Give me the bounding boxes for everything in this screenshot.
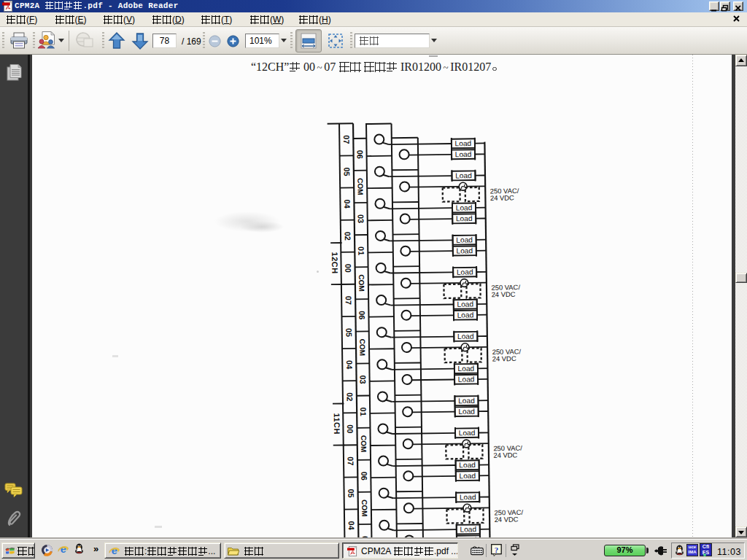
svg-text:COM: COM xyxy=(356,178,364,195)
svg-text:04: 04 xyxy=(345,360,354,370)
svg-text:COM: COM xyxy=(357,274,365,291)
svg-text:Load: Load xyxy=(460,493,476,501)
svg-text:02: 02 xyxy=(344,232,352,241)
svg-text:Load: Load xyxy=(456,246,473,254)
svg-text:Load: Load xyxy=(458,376,475,384)
svg-text:24 VDC: 24 VDC xyxy=(492,354,516,362)
svg-text:COM: COM xyxy=(360,499,368,516)
svg-text:03: 03 xyxy=(358,375,367,384)
svg-text:04: 04 xyxy=(347,521,356,530)
svg-text:Load: Load xyxy=(459,429,476,437)
svg-text:11CH: 11CH xyxy=(333,413,341,435)
svg-text:24 VDC: 24 VDC xyxy=(495,515,519,523)
svg-text:24 VDC: 24 VDC xyxy=(492,290,516,298)
svg-text:00: 00 xyxy=(344,264,352,273)
svg-text:COM: COM xyxy=(360,435,368,452)
svg-text:Load: Load xyxy=(458,365,475,373)
svg-text:02: 02 xyxy=(345,392,354,401)
svg-text:24 VDC: 24 VDC xyxy=(493,451,517,459)
svg-text:05: 05 xyxy=(347,489,355,497)
svg-text:Load: Load xyxy=(458,397,475,405)
svg-text:Load: Load xyxy=(454,139,471,147)
svg-text:Load: Load xyxy=(460,525,476,533)
svg-text:07: 07 xyxy=(347,456,355,465)
svg-text:06: 06 xyxy=(355,150,364,159)
svg-text:COM: COM xyxy=(358,339,366,356)
svg-text:07: 07 xyxy=(342,135,351,144)
svg-text:07: 07 xyxy=(344,296,353,305)
svg-text:12CH: 12CH xyxy=(330,252,339,273)
svg-text:Load: Load xyxy=(455,171,472,179)
svg-text:24 VDC: 24 VDC xyxy=(490,193,514,201)
svg-text:06: 06 xyxy=(357,311,366,319)
svg-text:04: 04 xyxy=(343,199,352,209)
svg-text:03: 03 xyxy=(357,214,365,223)
svg-text:Load: Load xyxy=(457,332,474,341)
svg-text:Load: Load xyxy=(458,408,475,416)
svg-text:Load: Load xyxy=(456,214,473,222)
svg-text:Load: Load xyxy=(459,461,476,469)
svg-text:e: e xyxy=(112,545,117,556)
svg-text:e: e xyxy=(61,544,66,555)
svg-text:01: 01 xyxy=(359,407,368,416)
svg-text:Load: Load xyxy=(457,300,473,308)
svg-text:00: 00 xyxy=(346,424,355,433)
svg-text:05: 05 xyxy=(342,167,351,176)
svg-text:Load: Load xyxy=(459,472,476,480)
svg-text:?: ? xyxy=(495,545,499,554)
svg-text:Load: Load xyxy=(456,203,473,211)
svg-text:Load: Load xyxy=(457,268,473,276)
svg-text:Load: Load xyxy=(455,150,472,158)
svg-text:Load: Load xyxy=(456,236,473,244)
svg-text:01: 01 xyxy=(357,246,365,255)
svg-text:06: 06 xyxy=(360,472,368,481)
svg-text:05: 05 xyxy=(344,328,353,337)
svg-text:Load: Load xyxy=(457,311,474,319)
